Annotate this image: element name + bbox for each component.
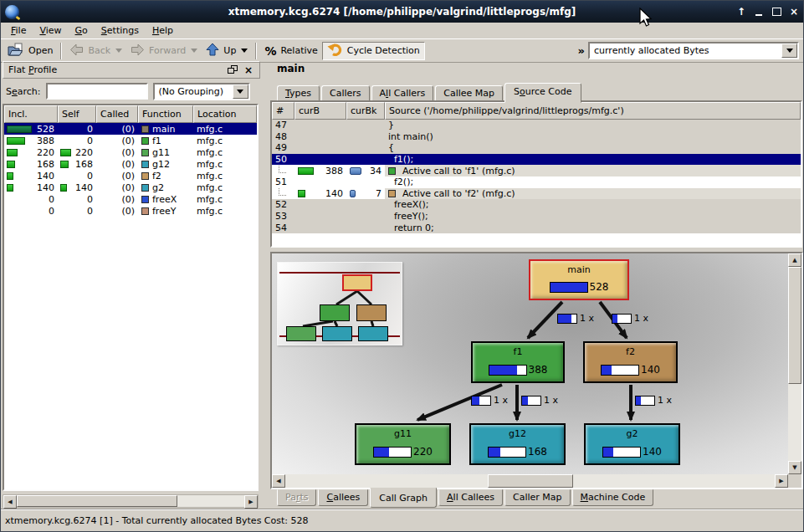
horizontal-scrollbar[interactable]: ◀ ▶	[3, 494, 259, 508]
dock-close-icon[interactable]: ×	[244, 64, 253, 76]
scroll-up-icon[interactable]: ▲	[788, 253, 801, 267]
graph-node-g12[interactable]: g12168	[469, 423, 566, 465]
tab-all-callers[interactable]: All Callers	[371, 85, 434, 102]
flat-profile-row-g11[interactable]: 220220(0)g11mfg.c	[4, 146, 257, 158]
scroll-down-icon[interactable]: ▼	[788, 461, 801, 474]
scroll-left-icon[interactable]: ◀	[3, 495, 17, 509]
shade-icon[interactable]: ↑	[735, 6, 747, 18]
called-cell: (0)	[96, 135, 138, 146]
combo-arrow-icon[interactable]	[233, 84, 248, 99]
source-line-50[interactable]: 50 f1();	[272, 154, 801, 166]
scrollbar-thumb[interactable]	[17, 495, 177, 507]
dock-header[interactable]: Flat Profile ×	[3, 61, 260, 79]
toolbar-overflow-icon[interactable]: »	[578, 44, 585, 57]
column-header-curbk[interactable]: curBk	[346, 102, 385, 120]
column-header-incl[interactable]: Incl.	[4, 105, 58, 123]
scroll-right-icon[interactable]: ▶	[775, 474, 788, 488]
column-header-curb[interactable]: curB	[294, 102, 346, 120]
up-button[interactable]: Up	[202, 42, 252, 60]
tab-parts[interactable]: Parts	[277, 489, 316, 506]
dock-float-icon[interactable]	[228, 65, 238, 74]
flat-profile-row-freeX[interactable]: 00(0)freeXmfg.c	[4, 193, 257, 205]
cost-cell: 0	[58, 205, 96, 217]
search-input[interactable]	[46, 83, 148, 100]
combo-arrow-icon[interactable]	[781, 43, 797, 58]
flat-profile-row-main[interactable]: 5280(0)mainmfg.c	[4, 123, 257, 135]
event-type-combobox[interactable]: currently allocated Bytes	[588, 42, 799, 59]
active-call-row[interactable]: 38834Active call to 'f1' (mfg.c)	[272, 165, 801, 176]
tab-machine-code[interactable]: Machine Code	[572, 489, 654, 506]
cost-cell: 168	[4, 158, 58, 170]
source-line-51[interactable]: 51 f2();	[272, 176, 801, 188]
source-line-49[interactable]: 49{	[272, 142, 801, 154]
tab-types[interactable]: Types	[277, 85, 320, 102]
cost-cell: 528	[4, 123, 58, 135]
line-number: 54	[272, 222, 294, 233]
tab-callers[interactable]: Callers	[321, 85, 370, 102]
tab-caller-map[interactable]: Caller Map	[504, 489, 571, 506]
flat-profile-row-g2[interactable]: 140140(0)g2mfg.c	[4, 182, 257, 193]
cycle-detection-button[interactable]: Cycle Detection	[322, 42, 425, 60]
curb-cell	[294, 222, 346, 233]
graph-node-main[interactable]: main528	[529, 259, 629, 300]
maximize-icon[interactable]	[771, 6, 782, 18]
column-header-source[interactable]: Source ('/home/philippe/valgrind/littlep…	[385, 102, 801, 120]
flat-profile-row-f2[interactable]: 1400(0)f2mfg.c	[4, 170, 257, 182]
menu-help[interactable]: Help	[146, 23, 180, 38]
back-icon	[69, 43, 84, 59]
close-icon[interactable]: ×	[788, 6, 800, 18]
edge-label: 1 x	[521, 395, 558, 406]
up-dropdown-icon[interactable]	[241, 49, 248, 53]
graph-node-g11[interactable]: g11220	[355, 423, 451, 465]
source-line-53[interactable]: 53 freeY();	[272, 211, 801, 223]
scroll-left-icon[interactable]: ◀	[272, 474, 285, 488]
call-graph-panel: main528f1388f2140g11220g12168g21401 x1 x…	[270, 252, 803, 489]
back-dropdown-icon[interactable]	[115, 49, 122, 53]
menu-file[interactable]: File	[4, 23, 33, 38]
column-header-self[interactable]: Self	[58, 105, 96, 123]
function-color-icon	[141, 149, 149, 156]
forward-dropdown-icon[interactable]	[191, 49, 197, 53]
tab-call-graph[interactable]: Call Graph	[370, 488, 437, 508]
relative-button[interactable]: % Relative	[260, 42, 321, 60]
vertical-scrollbar[interactable]: ▲ ▼	[788, 253, 801, 474]
tab-all-callees[interactable]: All Callees	[438, 489, 503, 506]
column-header-function[interactable]: Function	[138, 105, 193, 123]
open-button[interactable]: Open	[3, 42, 57, 60]
column-header-called[interactable]: Called	[96, 105, 138, 123]
tab-callees[interactable]: Callees	[318, 489, 368, 506]
flat-profile-row-freeY[interactable]: 00(0)freeYmfg.c	[4, 205, 257, 217]
graph-overview-minimap[interactable]	[277, 262, 402, 345]
call-graph-canvas[interactable]: main528f1388f2140g11220g12168g21401 x1 x…	[272, 253, 788, 474]
flat-profile-row-f1[interactable]: 3880(0)f1mfg.c	[4, 135, 257, 146]
active-call-row[interactable]: 1407Active call to 'f2' (mfg.c)	[272, 188, 801, 200]
tab-source-code[interactable]: Source Code	[504, 83, 581, 103]
title-bar[interactable]: xtmemory.kcg.6274 [/home/philippe/valgri…	[1, 1, 803, 23]
menu-view[interactable]: View	[33, 23, 68, 38]
scrollbar-thumb[interactable]	[488, 474, 573, 488]
column-header-line[interactable]: #	[272, 102, 294, 120]
tab-callee-map[interactable]: Callee Map	[435, 85, 503, 102]
scrollbar-thumb[interactable]	[788, 267, 801, 384]
flat-profile-row-g12[interactable]: 168168(0)g12mfg.c	[4, 158, 257, 170]
menu-go[interactable]: Go	[69, 23, 95, 38]
detail-pane: main TypesCallersAll CallersCallee MapSo…	[269, 61, 803, 511]
graph-node-f1[interactable]: f1388	[471, 341, 565, 383]
source-line-52[interactable]: 52 freeX();	[272, 199, 801, 211]
minimize-icon[interactable]	[753, 6, 765, 18]
graph-node-f2[interactable]: f2140	[583, 341, 678, 383]
source-line-54[interactable]: 54 return 0;	[272, 222, 801, 233]
menu-settings[interactable]: Settings	[95, 23, 146, 38]
forward-button[interactable]: Forward	[126, 42, 202, 60]
source-line-47[interactable]: 47}	[272, 120, 801, 131]
source-line-48[interactable]: 48int main()	[272, 131, 801, 143]
node-cost-value: 140	[641, 364, 660, 376]
column-header-location[interactable]: Location	[193, 105, 257, 123]
scroll-right-icon[interactable]: ▶	[244, 495, 258, 509]
source-text: f1();	[385, 154, 801, 166]
graph-node-g2[interactable]: g2140	[584, 423, 680, 465]
curbk-cell	[346, 199, 385, 211]
back-button[interactable]: Back	[65, 42, 126, 60]
horizontal-scrollbar[interactable]: ◀ ▶	[272, 474, 788, 488]
grouping-combobox[interactable]: (No Grouping)	[153, 83, 250, 100]
